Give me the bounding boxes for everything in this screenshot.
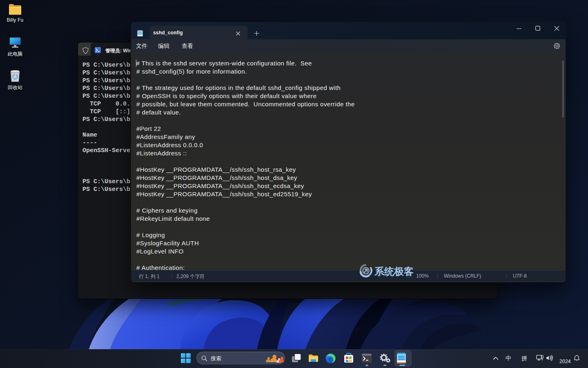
svg-text:系统极客: 系统极客 <box>374 266 414 277</box>
